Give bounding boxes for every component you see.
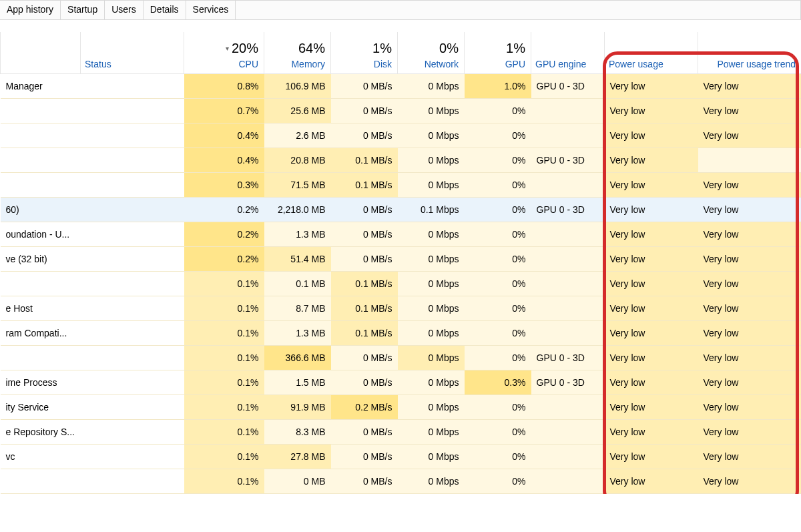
cpu-total: 20% [232,41,258,56]
cell-name [1,148,81,172]
cell-name: ve (32 bit) [1,246,81,271]
cell-power-usage: Very low [605,246,698,271]
cell-power-usage: Very low [605,197,698,222]
tab-services[interactable]: Services [186,1,236,19]
cell-power-trend: Very low [698,197,802,222]
col-gpu-engine[interactable]: GPU engine [531,32,605,73]
table-row[interactable]: vc0.1%27.8 MB0 MB/s0 Mbps0%Very lowVery … [1,444,802,469]
col-gpu[interactable]: 1%GPU [465,32,531,73]
cell-status [81,469,184,493]
cell-cpu: 0.2% [184,197,264,222]
cell-status [81,73,184,98]
cell-cpu: 0.2% [184,222,264,246]
col-memory[interactable]: 64%Memory [264,32,331,73]
table-row[interactable]: 0.4%2.6 MB0 MB/s0 Mbps0%Very lowVery low [1,123,802,148]
table-row[interactable]: e Host0.1%8.7 MB0.1 MB/s0 Mbps0%Very low… [1,296,802,320]
cell-gpu-engine [531,222,605,246]
table-row[interactable]: 0.4%20.8 MB0.1 MB/s0 Mbps0%GPU 0 - 3DVer… [1,148,802,172]
cell-status [81,345,184,370]
cell-name: ity Service [1,394,81,419]
cell-memory: 8.7 MB [264,296,331,320]
col-memory-label: Memory [291,59,325,69]
cell-gpu-engine [531,394,605,419]
cell-network: 0 Mbps [398,419,465,444]
cell-memory: 20.8 MB [264,148,331,172]
cell-network: 0 Mbps [398,123,465,148]
cell-gpu: 0% [465,222,531,246]
table-row[interactable]: ram Compati...0.1%1.3 MB0.1 MB/s0 Mbps0%… [1,320,802,345]
cell-name: oundation - U... [1,222,81,246]
cell-power-trend: Very low [698,444,802,469]
cell-gpu-engine: GPU 0 - 3D [531,197,605,222]
table-row[interactable]: 60)0.2%2,218.0 MB0 MB/s0.1 Mbps0%GPU 0 -… [1,197,802,222]
col-cpu-label: CPU [238,59,258,69]
cell-status [81,123,184,148]
col-cpu[interactable]: ▾20% CPU [184,32,264,73]
cell-power-trend: Very low [698,296,802,320]
cell-cpu: 0.1% [184,271,264,296]
cell-power-trend: Very low [698,172,802,197]
cell-gpu-engine [531,444,605,469]
tab-startup[interactable]: Startup [61,1,105,19]
cell-gpu-engine [531,98,605,123]
table-row[interactable]: 0.1%0 MB0 MB/s0 Mbps0%Very lowVery low [1,469,802,493]
cell-memory: 1.3 MB [264,222,331,246]
cell-cpu: 0.1% [184,394,264,419]
cell-name: Manager [1,73,81,98]
cell-status [81,419,184,444]
cell-disk: 0 MB/s [331,444,398,469]
cell-gpu: 0% [465,246,531,271]
table-row[interactable]: e Repository S...0.1%8.3 MB0 MB/s0 Mbps0… [1,419,802,444]
cell-status [81,370,184,394]
cell-cpu: 0.1% [184,444,264,469]
col-network[interactable]: 0%Network [398,32,465,73]
cell-network: 0 Mbps [398,394,465,419]
cell-gpu: 0% [465,320,531,345]
col-status[interactable]: Status [81,32,184,73]
cell-power-usage: Very low [605,469,698,493]
table-row[interactable]: 0.3%71.5 MB0.1 MB/s0 Mbps0%Very lowVery … [1,172,802,197]
cell-gpu-engine [531,419,605,444]
cell-status [81,222,184,246]
cell-status [81,444,184,469]
cell-gpu: 0% [465,98,531,123]
tab-details[interactable]: Details [144,1,186,19]
table-row[interactable]: Manager0.8%106.9 MB0 MB/s0 Mbps1.0%GPU 0… [1,73,802,98]
cell-disk: 0 MB/s [331,370,398,394]
tab-users[interactable]: Users [105,1,144,19]
cell-status [81,271,184,296]
cell-memory: 2,218.0 MB [264,197,331,222]
cell-power-usage: Very low [605,172,698,197]
cell-name: ram Compati... [1,320,81,345]
cell-power-usage: Very low [605,73,698,98]
table-row[interactable]: ve (32 bit)0.2%51.4 MB0 MB/s0 Mbps0%Very… [1,246,802,271]
col-power-usage[interactable]: Power usage [605,32,698,73]
cell-name: e Host [1,296,81,320]
cell-gpu: 0% [465,469,531,493]
col-name[interactable] [1,32,81,73]
table-row[interactable]: oundation - U...0.2%1.3 MB0 MB/s0 Mbps0%… [1,222,802,246]
cell-power-trend: Very low [698,98,802,123]
cell-gpu-engine [531,172,605,197]
table-row[interactable]: 0.7%25.6 MB0 MB/s0 Mbps0%Very lowVery lo… [1,98,802,123]
cell-memory: 366.6 MB [264,345,331,370]
cell-gpu-engine [531,469,605,493]
tab-app-history[interactable]: App history [0,1,61,19]
table-row[interactable]: 0.1%0.1 MB0.1 MB/s0 Mbps0%Very lowVery l… [1,271,802,296]
table-row[interactable]: 0.1%366.6 MB0 MB/s0 Mbps0%GPU 0 - 3DVery… [1,345,802,370]
cell-memory: 1.5 MB [264,370,331,394]
cell-disk: 0 MB/s [331,123,398,148]
cell-disk: 0 MB/s [331,222,398,246]
cell-disk: 0 MB/s [331,419,398,444]
cell-cpu: 0.8% [184,73,264,98]
cell-network: 0 Mbps [398,98,465,123]
cell-disk: 0 MB/s [331,197,398,222]
cell-name [1,123,81,148]
col-status-label: Status [85,59,111,69]
table-row[interactable]: ity Service0.1%91.9 MB0.2 MB/s0 Mbps0%Ve… [1,394,802,419]
col-disk[interactable]: 1%Disk [331,32,398,73]
col-power-trend[interactable]: Power usage trend [698,32,802,73]
gpu-total: 1% [506,41,525,56]
table-row[interactable]: ime Process0.1%1.5 MB0 MB/s0 Mbps0.3%GPU… [1,370,802,394]
cell-memory: 71.5 MB [264,172,331,197]
